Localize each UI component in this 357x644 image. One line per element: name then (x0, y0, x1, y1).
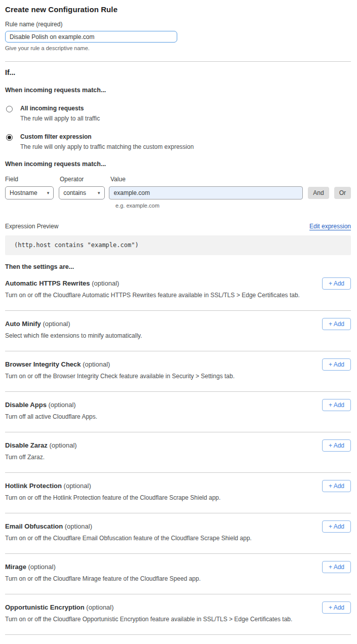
setting-description: Turn on or off the Cloudflare Opportunis… (5, 616, 309, 623)
if-heading: If... (5, 68, 351, 76)
setting-row: Automatic HTTPS Rewrites (optional) + Ad… (5, 270, 351, 311)
radio-option-label: Custom filter expression (20, 133, 194, 140)
setting-name: Hotlink Protection (5, 482, 62, 490)
field-select-value: Hostname (10, 189, 37, 196)
setting-description: Turn on or off the Browser Integrity Che… (5, 373, 309, 380)
radio-option-label: All incoming requests (20, 105, 100, 112)
setting-title: Mirage (optional) (5, 563, 351, 571)
setting-row: Disable Zaraz (optional) + Add Turn off … (5, 432, 351, 473)
setting-optional-label: (optional) (43, 320, 70, 328)
setting-name: Disable Zaraz (5, 441, 48, 449)
setting-name: Auto Minify (5, 320, 41, 328)
rule-name-label: Rule name (required) (5, 21, 351, 28)
setting-optional-label: (optional) (64, 482, 91, 490)
settings-list: Automatic HTTPS Rewrites (optional) + Ad… (5, 270, 351, 635)
radio-option-description: The rule will apply to all traffic (20, 115, 100, 122)
rule-name-helper: Give your rule a descriptive name. (5, 45, 351, 51)
setting-description: Turn off all active Cloudflare Apps. (5, 413, 309, 420)
add-button[interactable]: + Add (322, 277, 351, 290)
setting-title: Browser Integrity Check (optional) (5, 360, 351, 368)
expression-preview-label: Expression Preview (5, 223, 58, 230)
setting-row: Hotlink Protection (optional) + Add Turn… (5, 473, 351, 513)
chevron-down-icon: ▾ (47, 190, 50, 195)
setting-row: Opportunistic Encryption (optional) + Ad… (5, 594, 351, 635)
setting-name: Opportunistic Encryption (5, 603, 85, 611)
expression-builder-row: Hostname ▾ contains ▾ And Or (5, 186, 351, 199)
add-button[interactable]: + Add (322, 520, 351, 533)
setting-name: Mirage (5, 563, 26, 571)
setting-row: Disable Apps (optional) + Add Turn off a… (5, 392, 351, 432)
setting-row: Mirage (optional) + Add Turn on or off t… (5, 554, 351, 594)
add-button[interactable]: + Add (322, 561, 351, 573)
setting-row-polish: Polish (optional) ✕ Change the settings … (5, 635, 351, 644)
setting-optional-label: (optional) (28, 563, 56, 571)
value-input[interactable] (109, 186, 303, 199)
setting-optional-label: (optional) (83, 360, 110, 368)
setting-row: Browser Integrity Check (optional) + Add… (5, 351, 351, 392)
radio-dot (8, 136, 11, 139)
setting-description: Select which file extensions to minify a… (5, 332, 309, 339)
setting-optional-label: (optional) (86, 603, 113, 611)
setting-name: Browser Integrity Check (5, 360, 81, 368)
value-helper: e.g. example.com (115, 203, 351, 209)
setting-row: Auto Minify (optional) + Add Select whic… (5, 311, 351, 351)
operator-select[interactable]: contains ▾ (59, 186, 104, 199)
operator-label: Operator (60, 176, 110, 183)
setting-optional-label: (optional) (65, 522, 92, 530)
setting-title: Auto Minify (optional) (5, 320, 351, 328)
add-button[interactable]: + Add (322, 399, 351, 411)
setting-name: Disable Apps (5, 401, 47, 409)
radio-button[interactable] (6, 134, 13, 141)
add-button[interactable]: + Add (322, 318, 351, 330)
radio-button[interactable] (6, 106, 13, 112)
expression-preview-code: (http.host contains "example.com") (5, 235, 351, 255)
expression-builder-heading: When incoming requests match... (5, 160, 351, 168)
divider (5, 61, 351, 62)
setting-title: Opportunistic Encryption (optional) (5, 603, 351, 611)
page-title: Create new Configuration Rule (5, 5, 351, 14)
setting-title: Hotlink Protection (optional) (5, 482, 351, 490)
radio-option-all-incoming-requests[interactable]: All incoming requests The rule will appl… (5, 105, 351, 122)
field-label: Field (5, 176, 60, 183)
add-button[interactable]: + Add (322, 358, 351, 371)
match-heading: When incoming requests match... (5, 87, 351, 94)
setting-description: Turn off Zaraz. (5, 454, 309, 461)
setting-title: Disable Zaraz (optional) (5, 441, 351, 449)
setting-row: Email Obfuscation (optional) + Add Turn … (5, 513, 351, 554)
setting-name: Email Obfuscation (5, 522, 63, 530)
chevron-down-icon: ▾ (98, 190, 100, 195)
rule-name-input[interactable] (5, 31, 177, 43)
setting-optional-label: (optional) (49, 441, 76, 449)
add-button[interactable]: + Add (322, 601, 351, 614)
field-select[interactable]: Hostname ▾ (5, 186, 54, 199)
setting-optional-label: (optional) (92, 279, 119, 287)
expression-builder-labels: Field Operator Value (5, 176, 351, 183)
create-configuration-rule-page: Create new Configuration Rule Rule name … (0, 0, 357, 644)
edit-expression-link[interactable]: Edit expression (309, 223, 351, 230)
value-label: Value (110, 176, 126, 183)
setting-optional-label: (optional) (49, 401, 76, 409)
add-button[interactable]: + Add (322, 480, 351, 492)
and-button[interactable]: And (308, 187, 329, 199)
setting-description: Turn on or off the Cloudflare Automatic … (5, 292, 309, 299)
then-settings-heading: Then the settings are... (5, 263, 351, 270)
expression-preview-header: Expression Preview Edit expression (5, 223, 351, 230)
add-button[interactable]: + Add (322, 439, 351, 452)
or-button[interactable]: Or (334, 187, 351, 199)
setting-title: Email Obfuscation (optional) (5, 522, 351, 530)
setting-title: Disable Apps (optional) (5, 401, 351, 409)
radio-option-custom-filter-expression[interactable]: Custom filter expression The rule will o… (5, 133, 351, 150)
setting-title: Automatic HTTPS Rewrites (optional) (5, 279, 351, 287)
setting-description: Turn on or off the Cloudflare Email Obfu… (5, 535, 309, 542)
setting-description: Turn on or off the Hotlink Protection fe… (5, 494, 309, 501)
operator-select-value: contains (63, 189, 86, 196)
radio-option-description: The rule will only apply to traffic matc… (20, 143, 194, 150)
setting-description: Turn on or off the Cloudflare Mirage fea… (5, 575, 309, 582)
setting-name: Automatic HTTPS Rewrites (5, 279, 90, 287)
